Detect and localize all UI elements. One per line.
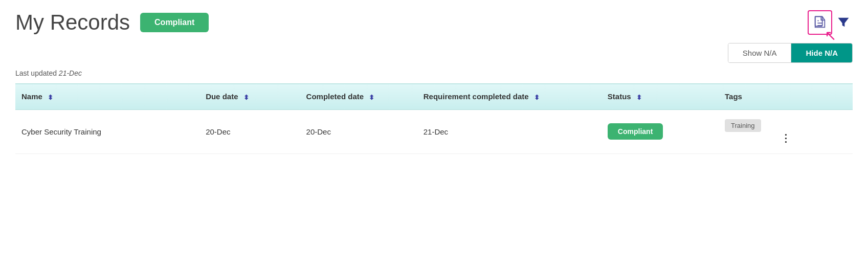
export-pdf-button[interactable]: ↖ [808, 10, 832, 35]
last-updated: Last updated 21-Dec [15, 69, 853, 77]
cell-req-completed-date: 21-Dec [417, 109, 602, 153]
row-compliant-button[interactable]: Compliant [608, 123, 663, 140]
sort-icon-req: ⬍ [534, 94, 540, 101]
page-title: My Records [15, 10, 130, 35]
compliant-status-button[interactable]: Compliant [140, 13, 209, 32]
col-header-req-completed-date[interactable]: Requirement completed date ⬍ [417, 84, 602, 110]
cell-completed-date: 20-Dec [300, 109, 417, 153]
records-table: Name ⬍ Due date ⬍ Completed date ⬍ Requi… [15, 83, 853, 154]
sort-icon-status: ⬍ [636, 94, 642, 101]
col-header-due-date[interactable]: Due date ⬍ [199, 84, 300, 110]
pdf-icon [813, 15, 827, 30]
header-right: ↖ [808, 10, 853, 35]
cell-name: Cyber Security Training [15, 109, 199, 153]
filter-icon [836, 15, 851, 30]
cell-due-date: 20-Dec [199, 109, 300, 153]
col-header-completed-date[interactable]: Completed date ⬍ [300, 84, 417, 110]
na-toggle-group: Show N/A Hide N/A [728, 43, 853, 63]
tag-training: Training [725, 119, 761, 132]
table-row: Cyber Security Training 20-Dec 20-Dec 21… [15, 109, 853, 153]
header-left: My Records Compliant [15, 10, 209, 35]
cell-status: Compliant [602, 109, 719, 153]
hide-na-button[interactable]: Hide N/A [791, 43, 852, 62]
sort-icon-completed: ⬍ [369, 94, 374, 101]
header-row: My Records Compliant ↖ [15, 10, 853, 35]
cell-tags: Training ⋮ [719, 109, 853, 153]
na-toggle-row: Show N/A Hide N/A [15, 43, 853, 63]
col-header-name[interactable]: Name ⬍ [15, 84, 199, 110]
sort-icon-name: ⬍ [48, 94, 53, 101]
show-na-button[interactable]: Show N/A [728, 43, 792, 62]
row-more-options-button[interactable]: ⋮ [725, 132, 847, 144]
filter-button[interactable] [834, 13, 853, 32]
col-header-tags: Tags [719, 84, 853, 110]
sort-icon-due: ⬍ [243, 94, 249, 101]
table-body: Cyber Security Training 20-Dec 20-Dec 21… [15, 109, 853, 153]
col-header-status[interactable]: Status ⬍ [602, 84, 719, 110]
page-container: My Records Compliant ↖ [0, 0, 868, 164]
table-header-row: Name ⬍ Due date ⬍ Completed date ⬍ Requi… [15, 84, 853, 110]
